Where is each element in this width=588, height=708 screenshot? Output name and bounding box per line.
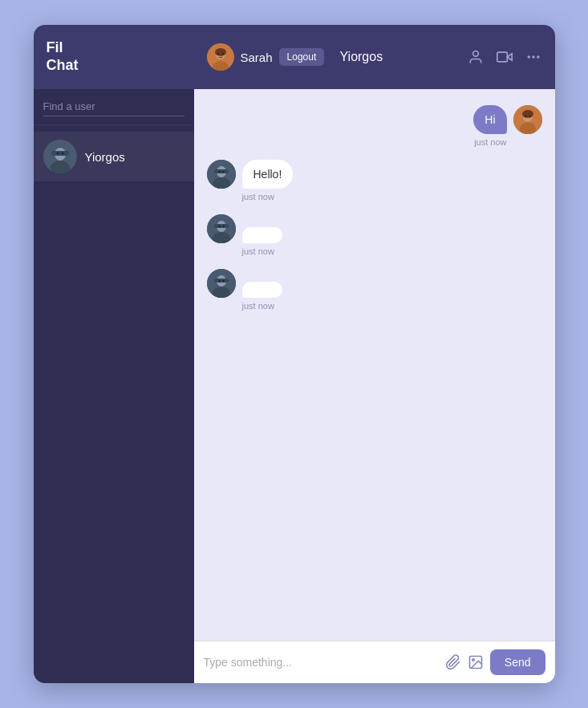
message-row <box>207 269 282 298</box>
svg-point-9 <box>527 55 529 58</box>
svg-point-4 <box>217 53 218 55</box>
header: Fil Chat Sarah Logout Yiorgos <box>34 25 555 89</box>
message-group: just now <box>207 269 542 311</box>
logout-button[interactable]: Logout <box>279 48 325 66</box>
current-username: Sarah <box>241 51 273 64</box>
svg-point-6 <box>472 51 478 57</box>
header-user-section: Sarah Logout <box>207 43 334 71</box>
svg-rect-14 <box>51 151 69 156</box>
user-list: Yiorgos <box>34 125 194 683</box>
svg-rect-38 <box>214 279 229 283</box>
attach-icon[interactable] <box>445 654 461 670</box>
image-icon[interactable] <box>468 654 484 670</box>
chat-area: Hi just now <box>194 89 555 683</box>
messages-container: Hi just now <box>194 89 555 641</box>
svg-point-10 <box>532 55 534 58</box>
app-title: Fil Chat <box>47 39 207 74</box>
message-time: just now <box>207 301 274 311</box>
svg-rect-32 <box>214 224 229 228</box>
svg-point-17 <box>61 153 63 155</box>
message-time: just now <box>474 137 541 147</box>
list-item[interactable]: Yiorgos <box>34 132 194 181</box>
sidebar: Yiorgos <box>34 89 194 683</box>
input-area: Send <box>194 641 555 683</box>
message-bubble <box>242 282 282 298</box>
message-time: just now <box>207 246 274 256</box>
svg-rect-8 <box>497 52 507 62</box>
send-button[interactable]: Send <box>490 649 545 675</box>
search-input[interactable] <box>43 97 185 116</box>
message-bubble <box>242 227 282 243</box>
app-window: Fil Chat Sarah Logout Yiorgos <box>34 25 555 683</box>
svg-point-43 <box>472 659 475 661</box>
search-box <box>34 89 194 125</box>
svg-point-23 <box>529 116 530 117</box>
svg-point-21 <box>522 110 533 118</box>
video-icon[interactable] <box>496 48 513 66</box>
svg-point-41 <box>222 280 224 282</box>
message-group: just now <box>207 214 542 256</box>
message-group: Hi just now <box>207 105 542 147</box>
message-row: Hi <box>473 105 541 134</box>
user-list-avatar <box>43 140 77 173</box>
message-bubble: Hello! <box>242 160 294 189</box>
more-options-icon[interactable] <box>525 48 542 66</box>
message-row <box>207 214 282 243</box>
message-bubble: Hi <box>473 105 506 134</box>
svg-point-40 <box>218 280 220 282</box>
svg-point-35 <box>222 226 224 227</box>
user-list-name: Yiorgos <box>85 150 125 164</box>
message-group: Hello! just now <box>207 160 542 201</box>
avatar <box>207 269 236 298</box>
app-title-text: Fil Chat <box>47 39 207 74</box>
message-row: Hello! <box>207 160 294 189</box>
message-input[interactable] <box>204 653 439 672</box>
svg-marker-7 <box>507 54 512 60</box>
svg-point-11 <box>537 55 539 58</box>
avatar <box>513 105 542 134</box>
avatar <box>207 214 236 243</box>
svg-point-34 <box>218 226 220 227</box>
svg-rect-26 <box>214 169 229 173</box>
main-content: Yiorgos <box>34 89 555 683</box>
svg-point-22 <box>524 116 525 117</box>
avatar <box>207 160 236 189</box>
svg-point-28 <box>218 171 220 173</box>
chat-contact-name: Yiorgos <box>334 50 467 64</box>
svg-point-5 <box>221 53 223 55</box>
message-time: just now <box>207 192 274 201</box>
svg-point-29 <box>222 171 224 173</box>
svg-point-3 <box>215 48 226 56</box>
current-user-avatar <box>207 43 234 71</box>
svg-point-16 <box>56 153 59 155</box>
person-icon[interactable] <box>467 48 485 66</box>
header-action-icons <box>467 48 542 66</box>
